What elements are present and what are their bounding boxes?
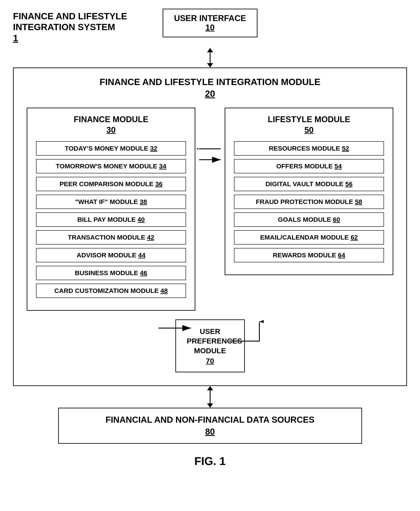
bottom-arrow-line	[210, 390, 210, 403]
finance-module-number: 30	[36, 126, 186, 135]
bottom-arrow-head-up	[207, 386, 213, 390]
arrow-line	[210, 52, 210, 63]
system-title: FINANCE AND LIFESTYLE INTEGRATION SYSTEM…	[13, 9, 127, 44]
finance-item-4: BILL PAY MODULE 40	[36, 212, 186, 227]
page-container: FINANCE AND LIFESTYLE INTEGRATION SYSTEM…	[13, 9, 407, 468]
prefs-center: USERPREFERENCESMODULE 70	[195, 319, 225, 372]
finance-item-2: PEER COMPARISON MODULE 36	[36, 177, 186, 191]
right-arrow-prefs-svg	[225, 319, 264, 363]
lifestyle-item-5: EMAIL/CALENDAR MODULE 62	[234, 230, 384, 244]
middle-arrows-area	[195, 108, 225, 194]
lifestyle-module-box: LIFESTYLE MODULE 50 RESOURCES MODULE 52 …	[225, 108, 393, 275]
lifestyle-module-number: 50	[234, 126, 384, 135]
lifestyle-module-title: LIFESTYLE MODULE	[234, 115, 384, 124]
user-interface-label: USER INTERFACE	[174, 14, 246, 23]
finance-item-8: CARD CUSTOMIZATION MODULE 48	[36, 284, 186, 298]
finance-item-7: BUSINESS MODULE 46	[36, 266, 186, 280]
lifestyle-item-0: RESOURCES MODULE 52	[234, 141, 384, 156]
lifestyle-item-6: REWARDS MODULE 64	[234, 248, 384, 262]
finance-item-3: "WHAT IF" MODULE 38	[36, 195, 186, 209]
finance-item-1: TOMORROW'S MONEY MODULE 34	[36, 159, 186, 173]
bottom-arrow-head-down	[207, 403, 213, 408]
data-sources-box: FINANCIAL AND NON-FINANCIAL DATA SOURCES…	[58, 408, 362, 444]
integration-module-title: FINANCE AND LIFESTYLE INTEGRATION MODULE	[27, 77, 393, 87]
middle-arrow-svg	[197, 108, 223, 194]
finance-item-5: TRANSACTION MODULE 42	[36, 230, 186, 244]
data-sources-number: 80	[76, 427, 344, 437]
figure-label: FIG. 1	[194, 455, 225, 468]
bottom-bidirectional-arrow	[207, 386, 213, 408]
lifestyle-item-2: DIGITAL VAULT MODULE 56	[234, 177, 384, 191]
lifestyle-item-4: GOALS MODULE 60	[234, 212, 384, 227]
modules-row: FINANCE MODULE 30 TODAY'S MONEY MODULE 3…	[27, 108, 393, 311]
arrow-ui-to-integration	[13, 48, 407, 67]
user-interface-number: 10	[174, 23, 246, 32]
modules-container: FINANCE MODULE 30 TODAY'S MONEY MODULE 3…	[27, 108, 393, 372]
bidirectional-arrow	[207, 48, 213, 67]
finance-item-6: ADVISOR MODULE 44	[36, 248, 186, 262]
data-sources-label: FINANCIAL AND NON-FINANCIAL DATA SOURCES	[76, 415, 344, 425]
bottom-arrow-area	[13, 386, 407, 408]
left-prefs-connector	[27, 319, 195, 337]
arrow-head-up	[207, 48, 213, 52]
finance-module-box: FINANCE MODULE 30 TODAY'S MONEY MODULE 3…	[27, 108, 195, 311]
top-section: FINANCE AND LIFESTYLE INTEGRATION SYSTEM…	[13, 9, 407, 44]
right-prefs-connector	[225, 319, 393, 363]
finance-item-0: TODAY'S MONEY MODULE 32	[36, 141, 186, 156]
user-interface-box: USER INTERFACE 10	[163, 9, 257, 37]
lifestyle-item-3: FRAUD PROTECTION MODULE 58	[234, 195, 384, 209]
integration-module-number: 20	[27, 89, 393, 99]
finance-module-title: FINANCE MODULE	[36, 115, 186, 124]
prefs-section: USERPREFERENCESMODULE 70	[27, 319, 393, 372]
arrow-head-down	[207, 63, 213, 67]
integration-module-box: FINANCE AND LIFESTYLE INTEGRATION MODULE…	[13, 67, 407, 386]
lifestyle-item-1: OFFERS MODULE 54	[234, 159, 384, 173]
